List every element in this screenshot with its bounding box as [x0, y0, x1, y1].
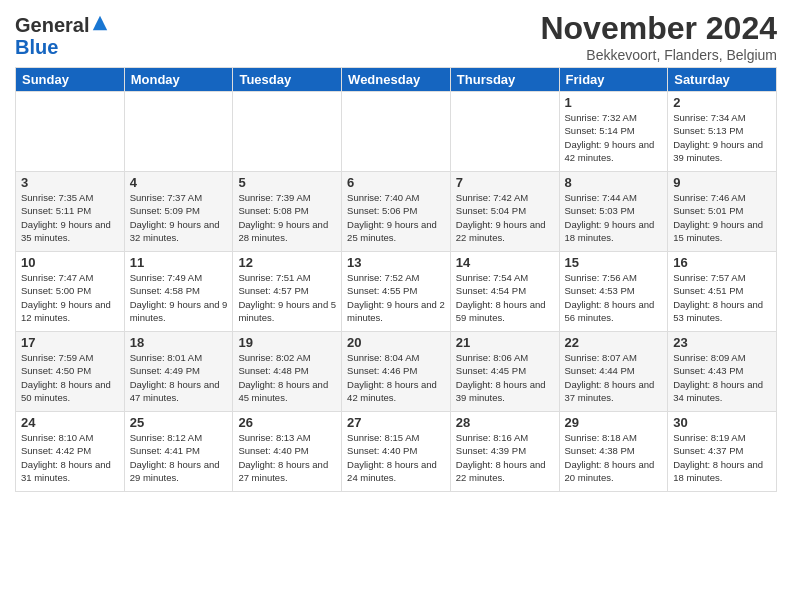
calendar-header-row: SundayMondayTuesdayWednesdayThursdayFrid…	[16, 68, 777, 92]
day-number: 17	[21, 335, 119, 350]
svg-marker-0	[93, 16, 107, 30]
day-info: Sunrise: 7:34 AM Sunset: 5:13 PM Dayligh…	[673, 111, 771, 164]
day-info: Sunrise: 7:57 AM Sunset: 4:51 PM Dayligh…	[673, 271, 771, 324]
day-info: Sunrise: 7:40 AM Sunset: 5:06 PM Dayligh…	[347, 191, 445, 244]
day-info: Sunrise: 8:06 AM Sunset: 4:45 PM Dayligh…	[456, 351, 554, 404]
calendar-table: SundayMondayTuesdayWednesdayThursdayFrid…	[15, 67, 777, 492]
day-info: Sunrise: 7:54 AM Sunset: 4:54 PM Dayligh…	[456, 271, 554, 324]
day-number: 12	[238, 255, 336, 270]
day-info: Sunrise: 8:18 AM Sunset: 4:38 PM Dayligh…	[565, 431, 663, 484]
col-header-sunday: Sunday	[16, 68, 125, 92]
day-cell: 21Sunrise: 8:06 AM Sunset: 4:45 PM Dayli…	[450, 332, 559, 412]
title-block: November 2024 Bekkevoort, Flanders, Belg…	[540, 10, 777, 63]
day-number: 23	[673, 335, 771, 350]
day-cell: 4Sunrise: 7:37 AM Sunset: 5:09 PM Daylig…	[124, 172, 233, 252]
day-number: 28	[456, 415, 554, 430]
day-cell	[233, 92, 342, 172]
day-number: 2	[673, 95, 771, 110]
day-cell	[450, 92, 559, 172]
day-info: Sunrise: 8:16 AM Sunset: 4:39 PM Dayligh…	[456, 431, 554, 484]
day-cell: 6Sunrise: 7:40 AM Sunset: 5:06 PM Daylig…	[342, 172, 451, 252]
col-header-monday: Monday	[124, 68, 233, 92]
day-number: 8	[565, 175, 663, 190]
day-cell: 23Sunrise: 8:09 AM Sunset: 4:43 PM Dayli…	[668, 332, 777, 412]
header: General Blue November 2024 Bekkevoort, F…	[15, 10, 777, 63]
day-cell: 11Sunrise: 7:49 AM Sunset: 4:58 PM Dayli…	[124, 252, 233, 332]
day-cell: 16Sunrise: 7:57 AM Sunset: 4:51 PM Dayli…	[668, 252, 777, 332]
day-number: 5	[238, 175, 336, 190]
week-row-3: 17Sunrise: 7:59 AM Sunset: 4:50 PM Dayli…	[16, 332, 777, 412]
day-number: 6	[347, 175, 445, 190]
day-cell: 13Sunrise: 7:52 AM Sunset: 4:55 PM Dayli…	[342, 252, 451, 332]
col-header-friday: Friday	[559, 68, 668, 92]
day-number: 27	[347, 415, 445, 430]
day-number: 21	[456, 335, 554, 350]
day-info: Sunrise: 7:56 AM Sunset: 4:53 PM Dayligh…	[565, 271, 663, 324]
day-info: Sunrise: 7:32 AM Sunset: 5:14 PM Dayligh…	[565, 111, 663, 164]
day-info: Sunrise: 7:37 AM Sunset: 5:09 PM Dayligh…	[130, 191, 228, 244]
week-row-2: 10Sunrise: 7:47 AM Sunset: 5:00 PM Dayli…	[16, 252, 777, 332]
day-cell: 15Sunrise: 7:56 AM Sunset: 4:53 PM Dayli…	[559, 252, 668, 332]
day-number: 9	[673, 175, 771, 190]
day-info: Sunrise: 7:39 AM Sunset: 5:08 PM Dayligh…	[238, 191, 336, 244]
col-header-wednesday: Wednesday	[342, 68, 451, 92]
day-number: 25	[130, 415, 228, 430]
logo: General Blue	[15, 14, 109, 58]
day-info: Sunrise: 8:02 AM Sunset: 4:48 PM Dayligh…	[238, 351, 336, 404]
day-cell: 27Sunrise: 8:15 AM Sunset: 4:40 PM Dayli…	[342, 412, 451, 492]
day-number: 24	[21, 415, 119, 430]
day-number: 16	[673, 255, 771, 270]
day-info: Sunrise: 7:46 AM Sunset: 5:01 PM Dayligh…	[673, 191, 771, 244]
day-cell: 29Sunrise: 8:18 AM Sunset: 4:38 PM Dayli…	[559, 412, 668, 492]
logo-general-text: General	[15, 14, 89, 36]
day-cell: 18Sunrise: 8:01 AM Sunset: 4:49 PM Dayli…	[124, 332, 233, 412]
day-cell: 1Sunrise: 7:32 AM Sunset: 5:14 PM Daylig…	[559, 92, 668, 172]
day-number: 26	[238, 415, 336, 430]
day-info: Sunrise: 7:47 AM Sunset: 5:00 PM Dayligh…	[21, 271, 119, 324]
day-number: 14	[456, 255, 554, 270]
day-number: 4	[130, 175, 228, 190]
day-cell	[124, 92, 233, 172]
day-cell: 28Sunrise: 8:16 AM Sunset: 4:39 PM Dayli…	[450, 412, 559, 492]
col-header-tuesday: Tuesday	[233, 68, 342, 92]
day-info: Sunrise: 7:44 AM Sunset: 5:03 PM Dayligh…	[565, 191, 663, 244]
day-cell: 22Sunrise: 8:07 AM Sunset: 4:44 PM Dayli…	[559, 332, 668, 412]
day-number: 3	[21, 175, 119, 190]
day-info: Sunrise: 8:07 AM Sunset: 4:44 PM Dayligh…	[565, 351, 663, 404]
day-info: Sunrise: 8:19 AM Sunset: 4:37 PM Dayligh…	[673, 431, 771, 484]
day-info: Sunrise: 7:51 AM Sunset: 4:57 PM Dayligh…	[238, 271, 336, 324]
day-info: Sunrise: 7:42 AM Sunset: 5:04 PM Dayligh…	[456, 191, 554, 244]
day-number: 18	[130, 335, 228, 350]
day-info: Sunrise: 7:59 AM Sunset: 4:50 PM Dayligh…	[21, 351, 119, 404]
page-container: General Blue November 2024 Bekkevoort, F…	[0, 0, 792, 502]
week-row-4: 24Sunrise: 8:10 AM Sunset: 4:42 PM Dayli…	[16, 412, 777, 492]
day-number: 7	[456, 175, 554, 190]
day-cell: 2Sunrise: 7:34 AM Sunset: 5:13 PM Daylig…	[668, 92, 777, 172]
day-info: Sunrise: 8:13 AM Sunset: 4:40 PM Dayligh…	[238, 431, 336, 484]
day-info: Sunrise: 8:12 AM Sunset: 4:41 PM Dayligh…	[130, 431, 228, 484]
day-info: Sunrise: 7:49 AM Sunset: 4:58 PM Dayligh…	[130, 271, 228, 324]
day-cell: 19Sunrise: 8:02 AM Sunset: 4:48 PM Dayli…	[233, 332, 342, 412]
day-info: Sunrise: 8:15 AM Sunset: 4:40 PM Dayligh…	[347, 431, 445, 484]
day-info: Sunrise: 7:35 AM Sunset: 5:11 PM Dayligh…	[21, 191, 119, 244]
day-number: 1	[565, 95, 663, 110]
day-number: 20	[347, 335, 445, 350]
day-number: 15	[565, 255, 663, 270]
day-cell: 30Sunrise: 8:19 AM Sunset: 4:37 PM Dayli…	[668, 412, 777, 492]
month-title: November 2024	[540, 10, 777, 47]
day-number: 30	[673, 415, 771, 430]
day-number: 29	[565, 415, 663, 430]
week-row-0: 1Sunrise: 7:32 AM Sunset: 5:14 PM Daylig…	[16, 92, 777, 172]
day-cell: 24Sunrise: 8:10 AM Sunset: 4:42 PM Dayli…	[16, 412, 125, 492]
col-header-thursday: Thursday	[450, 68, 559, 92]
day-cell: 5Sunrise: 7:39 AM Sunset: 5:08 PM Daylig…	[233, 172, 342, 252]
day-cell: 25Sunrise: 8:12 AM Sunset: 4:41 PM Dayli…	[124, 412, 233, 492]
week-row-1: 3Sunrise: 7:35 AM Sunset: 5:11 PM Daylig…	[16, 172, 777, 252]
logo-blue-text: Blue	[15, 36, 58, 58]
day-cell: 17Sunrise: 7:59 AM Sunset: 4:50 PM Dayli…	[16, 332, 125, 412]
day-cell: 12Sunrise: 7:51 AM Sunset: 4:57 PM Dayli…	[233, 252, 342, 332]
day-number: 10	[21, 255, 119, 270]
day-info: Sunrise: 7:52 AM Sunset: 4:55 PM Dayligh…	[347, 271, 445, 324]
day-cell: 20Sunrise: 8:04 AM Sunset: 4:46 PM Dayli…	[342, 332, 451, 412]
day-info: Sunrise: 8:09 AM Sunset: 4:43 PM Dayligh…	[673, 351, 771, 404]
